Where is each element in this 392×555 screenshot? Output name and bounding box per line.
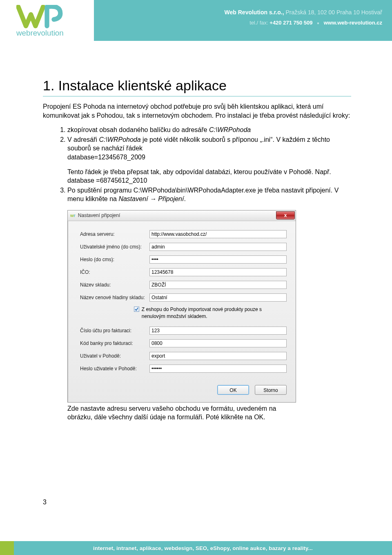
tel-number: +420 271 750 509 bbox=[270, 20, 312, 26]
wr-logo-icon: webrevolution bbox=[16, 5, 78, 39]
tel-label: tel./ fax: bbox=[249, 20, 270, 26]
checkbox-label: Z eshopu do Pohody importovat nové produ… bbox=[142, 306, 287, 320]
settings-dialog: wr Nastavení připojení x Adresa serveru:… bbox=[67, 210, 296, 403]
input-nazev-skladu[interactable] bbox=[149, 281, 287, 289]
step-3: Po spuštění programu C:\WRPohoda\bin\WRP… bbox=[67, 186, 351, 204]
page-content: 1. Instalace klientské aplikace Propojen… bbox=[0, 41, 392, 422]
close-icon: x bbox=[284, 213, 287, 218]
input-uzivatel-cms[interactable] bbox=[149, 243, 287, 251]
footer-accent-icon bbox=[0, 541, 14, 555]
input-ico[interactable] bbox=[149, 268, 287, 276]
label-uzivatel-cms: Uživatelské jméno (do cms): bbox=[80, 244, 149, 250]
input-adresa-serveru[interactable] bbox=[149, 230, 287, 238]
step-2: V adresáři C:\WRPohoda je poté vidět něk… bbox=[67, 135, 351, 185]
dialog-logo-icon: wr bbox=[70, 213, 76, 218]
separator-dot-icon bbox=[317, 22, 319, 24]
step-1: zkopírovat obsah dodaného balíčku do adr… bbox=[67, 125, 351, 134]
dialog-titlebar[interactable]: wr Nastavení připojení x bbox=[68, 210, 296, 221]
ok-button[interactable]: OK bbox=[217, 385, 249, 395]
company-address: Pražská 18, 102 00 Praha 10 Hostivař bbox=[284, 9, 382, 16]
footer-text: internet, intranet, aplikace, webdesign,… bbox=[14, 541, 392, 555]
input-cislo-uctu[interactable] bbox=[149, 327, 287, 335]
label-cen-hladina: Název cenové hladiny skladu: bbox=[80, 295, 149, 300]
website: www.web-revolution.cz bbox=[324, 20, 382, 26]
dialog-body: Adresa serveru: Uživatelské jméno (do cm… bbox=[68, 221, 296, 402]
input-kod-banky[interactable] bbox=[149, 339, 287, 347]
label-heslo-cms: Heslo (do cms): bbox=[80, 257, 149, 262]
input-uzivatel-pohoda[interactable] bbox=[149, 352, 287, 360]
storno-button[interactable]: Storno bbox=[255, 385, 287, 395]
input-heslo-cms[interactable] bbox=[149, 255, 287, 264]
label-adresa-serveru: Adresa serveru: bbox=[80, 231, 149, 237]
page-number: 3 bbox=[43, 499, 47, 506]
label-ico: IČO: bbox=[80, 269, 149, 275]
label-cislo-uctu: Číslo účtu pro fakturaci: bbox=[80, 328, 149, 333]
label-uzivatel-pohoda: Uživatel v Pohodě: bbox=[80, 353, 149, 359]
close-button[interactable]: x bbox=[276, 211, 295, 219]
steps-list: zkopírovat obsah dodaného balíčku do adr… bbox=[43, 125, 351, 204]
after-dialog-text: Zde nastavte adresu serveru vašeho obcho… bbox=[67, 404, 296, 422]
intro-paragraph: Propojení ES Pohoda na internetový obcho… bbox=[43, 102, 351, 120]
label-nazev-skladu: Název skladu: bbox=[80, 282, 149, 288]
input-cen-hladina[interactable] bbox=[149, 293, 287, 302]
check-icon bbox=[134, 307, 139, 311]
label-kod-banky: Kód banky pro fakturaci: bbox=[80, 340, 149, 346]
header-info: Web Revolution s.r.o., Pražská 18, 102 0… bbox=[94, 0, 392, 41]
page-header: webrevolution Web Revolution s.r.o., Pra… bbox=[0, 0, 392, 41]
label-heslo-pohoda: Heslo uživatele v Pohodě: bbox=[80, 366, 149, 371]
input-heslo-pohoda[interactable] bbox=[149, 365, 287, 373]
checkbox-import-products[interactable] bbox=[134, 307, 139, 312]
dialog-title: Nastavení připojení bbox=[78, 213, 276, 218]
logo: webrevolution bbox=[0, 0, 94, 41]
company-name: Web Revolution s.r.o., bbox=[225, 9, 284, 16]
svg-text:webrevolution: webrevolution bbox=[16, 29, 64, 37]
page-title: 1. Instalace klientské aplikace bbox=[43, 78, 351, 96]
page-footer: internet, intranet, aplikace, webdesign,… bbox=[0, 541, 392, 555]
